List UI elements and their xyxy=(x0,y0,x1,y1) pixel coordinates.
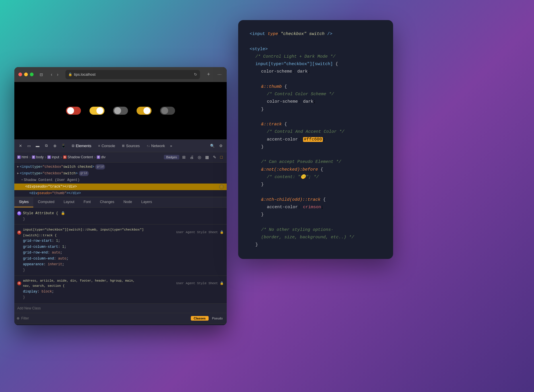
pseudo-button[interactable]: Pseudo xyxy=(210,316,224,321)
address-bar[interactable]: 🔒 tips.localhost ↻ xyxy=(65,70,200,79)
breadcrumb-shadow-text: Shadow Content xyxy=(67,155,93,159)
tab-changes[interactable]: Changes xyxy=(95,197,119,207)
classes-button[interactable]: Classes xyxy=(191,316,209,321)
breadcrumb-div[interactable]: E div xyxy=(97,155,105,159)
code-line-blank-1 xyxy=(250,38,382,45)
sources-tab-icon: ⊞ xyxy=(122,144,125,148)
rule-icon-e: E xyxy=(17,211,21,215)
breadcrumb-shadow[interactable]: D Shadow Content xyxy=(63,155,93,159)
code-comment-4: /* Can accept Pseudo Element */ xyxy=(261,158,382,166)
code-selector-1: input[type="checkbox"][switch] { xyxy=(255,61,382,68)
rule-selector-3: ⊘ address, article, aside, div, footer, … xyxy=(17,278,224,289)
breadcrumb-actions: Badges ⊞ 🖨 ◎ ▦ ✎ □ xyxy=(164,154,224,160)
code-panel: <input type="checkbox" switch /> <style>… xyxy=(238,20,393,259)
tab-sources[interactable]: ⊞ Sources xyxy=(119,142,143,150)
tab-font[interactable]: Font xyxy=(79,197,95,207)
print-icon[interactable]: 🖨 xyxy=(189,154,195,160)
prop-grid-row-start: grid-row-start: 1; xyxy=(23,238,224,244)
tab-network[interactable]: ↑↓ Network xyxy=(143,142,168,150)
tab-elements[interactable]: ⊡ Elements xyxy=(68,142,95,150)
close-button[interactable] xyxy=(18,73,22,76)
tab-styles[interactable]: Styles xyxy=(14,197,33,207)
tab-console[interactable]: ≡ Console xyxy=(95,142,119,150)
code-line-1: <input type="checkbox" switch /> xyxy=(250,30,382,38)
dom-line-2[interactable]: ▶ <input type="checkbox" switch > grid xyxy=(14,170,227,177)
code-line-style: <style> xyxy=(250,46,382,53)
network-tab-icon: ↑↓ xyxy=(147,144,150,147)
accessibility-icon[interactable]: ◎ xyxy=(197,154,202,160)
rule-source-1: User Agent Style Sheet 🔒 xyxy=(176,230,224,235)
switch-knob xyxy=(143,107,150,114)
rule-selector-1: E Style Attribute { 🔒 xyxy=(17,210,224,216)
back-button[interactable]: ‹ xyxy=(49,71,54,78)
more-tabs-button[interactable]: » xyxy=(168,143,174,149)
tab-layout[interactable]: Layout xyxy=(59,197,79,207)
filter-input[interactable] xyxy=(21,316,189,320)
prop-display: display: block; xyxy=(23,289,224,295)
rule-icon-o-2: ⊘ xyxy=(17,281,21,285)
dom-line-thumb[interactable]: <div pseudo="thumb" ></div> xyxy=(14,190,227,197)
undock-icon[interactable]: ⧉ xyxy=(42,142,50,149)
reload-button[interactable]: ↻ xyxy=(194,72,197,77)
tab-computed[interactable]: Computed xyxy=(33,197,59,207)
more-tabs-icon[interactable]: ⋯ xyxy=(216,71,223,78)
prop-grid-col-start: grid-column-start: 1; xyxy=(23,244,224,250)
help-button[interactable]: ? xyxy=(219,185,224,189)
inspect-icon[interactable]: ⊕ xyxy=(51,142,59,149)
search-button[interactable]: 🔍 xyxy=(208,143,216,149)
prop-appearance: appearance: inherit; xyxy=(23,262,224,267)
edit-icon[interactable]: ✎ xyxy=(212,154,218,160)
div-tag-icon: E xyxy=(97,155,100,159)
collapse-icon-2[interactable]: ▶ xyxy=(17,171,19,176)
breadcrumb-body[interactable]: E body xyxy=(32,155,44,159)
switch-gold-on xyxy=(137,107,152,115)
close-devtools-button[interactable]: ✕ xyxy=(17,142,24,149)
grid-view-icon[interactable]: ⊞ xyxy=(181,154,187,160)
browser-window: ⊟ ‹ › 🔒 tips.localhost ↻ + ⋯ xyxy=(14,67,227,325)
fullscreen-button[interactable] xyxy=(30,73,34,76)
add-tab-button[interactable]: + xyxy=(205,71,212,78)
breadcrumb-input[interactable]: E input xyxy=(47,155,59,159)
breadcrumb-input-text: input xyxy=(52,155,59,159)
rule-icon-o-1: ⊘ xyxy=(17,231,21,235)
dom-line-track[interactable]: <div pseudo="track" ></div> ? xyxy=(14,184,227,190)
badges-button[interactable]: Badges xyxy=(164,155,179,159)
minimize-button[interactable] xyxy=(24,73,28,76)
body-tag-icon: E xyxy=(32,155,35,159)
switch-knob xyxy=(114,107,121,114)
preview-area xyxy=(14,82,227,139)
settings-button[interactable]: ⚙ xyxy=(218,143,224,149)
forward-button[interactable]: › xyxy=(55,71,60,78)
tab-layers[interactable]: Layers xyxy=(137,197,157,207)
dom-line-1[interactable]: ▶ <input type="checkbox" switch checked … xyxy=(14,164,227,170)
code-pseudo-track: &::track { xyxy=(261,121,382,128)
code-close-main: } xyxy=(255,241,382,249)
divider-2 xyxy=(14,276,227,276)
breadcrumb-bar: E html › E body › E input › D Shadow Con… xyxy=(14,152,227,163)
code-close-track: } xyxy=(261,143,382,151)
tab-node[interactable]: Node xyxy=(119,197,137,207)
sidebar-toggle-icon[interactable]: ⊟ xyxy=(38,71,44,78)
add-class-input[interactable] xyxy=(17,306,224,310)
collapse-icon[interactable]: ▶ xyxy=(17,165,19,169)
code-pseudo-thumb: &::thumb { xyxy=(261,83,382,91)
rule-source-2: User Agent Style Sheet 🔒 xyxy=(176,281,224,286)
rule-selector-2: ⊘ input[type="checkbox"][switch]::thumb,… xyxy=(17,227,224,238)
code-blank-5 xyxy=(250,188,382,196)
tag-input: <input xyxy=(20,164,32,170)
grid-badge-1: grid xyxy=(95,164,105,169)
device-icon[interactable]: 📱 xyxy=(60,142,67,149)
dock-bottom-icon[interactable]: ▬ xyxy=(34,142,41,149)
breadcrumb-div-text: div xyxy=(101,155,105,159)
dom-line-shadow[interactable]: ▾ Shadow Content (User Agent) xyxy=(14,177,227,184)
code-comment-5: /* content: "🤫"; */ xyxy=(267,173,382,181)
shadow-collapse-icon[interactable]: ▾ xyxy=(21,178,23,182)
breadcrumb-html[interactable]: E html xyxy=(17,155,28,159)
code-blank-4 xyxy=(250,151,382,158)
dock-side-icon[interactable]: ▭ xyxy=(25,142,33,149)
switch-knob xyxy=(161,107,168,114)
screenshot-icon[interactable]: □ xyxy=(219,154,224,160)
tab-elements-label: Elements xyxy=(76,144,91,148)
layout-icon[interactable]: ▦ xyxy=(204,154,210,160)
breadcrumb-sep-2: › xyxy=(45,155,46,160)
